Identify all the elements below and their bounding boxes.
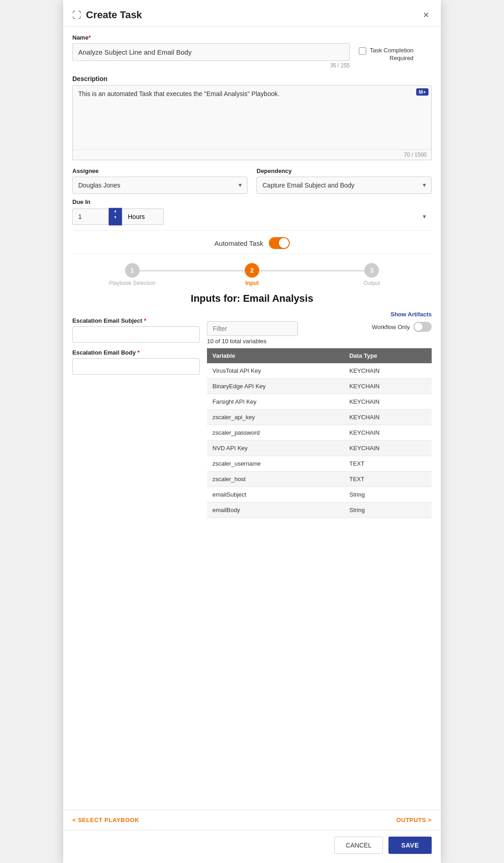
steps-row: 1 Playbook Selection 2 Input 3 Output <box>72 259 432 288</box>
table-row: zscaler_passwordKEYCHAIN <box>207 425 432 441</box>
due-in-section: Due In ▲ ▼ Hours Days Minutes ▼ <box>72 198 432 226</box>
save-button[interactable]: SAVE <box>388 837 432 854</box>
data-type: KEYCHAIN <box>344 425 432 441</box>
task-icon: ⛶ <box>72 10 81 20</box>
data-type: KEYCHAIN <box>344 363 432 379</box>
step-1-circle[interactable]: 1 <box>125 263 140 278</box>
assignee-select-wrap: Douglas Jones ▼ <box>72 177 247 194</box>
variable-name: NVD API Key <box>207 441 344 456</box>
table-header: Variable Data Type <box>207 348 432 363</box>
col-data-type: Data Type <box>344 348 432 363</box>
assignee-col: Assignee Douglas Jones ▼ <box>72 168 247 194</box>
due-unit-select[interactable]: Hours Days Minutes <box>122 208 164 225</box>
footer-actions: CANCEL SAVE <box>63 830 441 863</box>
variable-name: zscaler_password <box>207 425 344 441</box>
spinner-up-icon[interactable]: ▲ <box>109 208 122 214</box>
variable-name: zscaler_host <box>207 472 344 487</box>
escalation-email-body-input[interactable] <box>72 358 200 375</box>
workflow-toggle-knob <box>414 323 423 331</box>
inputs-title: Inputs for: Email Analysis <box>72 293 432 305</box>
step-2: 2 Input <box>192 263 312 286</box>
description-wrap: M+ This is an automated Task that execut… <box>72 85 432 160</box>
dependency-col: Dependency Capture Email Subject and Bod… <box>257 168 432 194</box>
md-button[interactable]: M+ <box>416 88 428 96</box>
create-task-modal: ⛶ Create Task × Name* 35 / 255 Task Comp… <box>63 0 441 863</box>
variable-name: Farsight API Key <box>207 394 344 410</box>
cancel-button[interactable]: CANCEL <box>334 837 383 854</box>
name-label: Name* <box>72 34 350 41</box>
data-type: TEXT <box>344 472 432 487</box>
due-in-row: ▲ ▼ Hours Days Minutes ▼ <box>72 208 432 226</box>
toggle-knob <box>279 238 289 248</box>
escalation-email-body-label: Escalation Email Body * <box>72 349 200 356</box>
task-completion-label: Task CompletionRequired <box>370 47 413 62</box>
dependency-label: Dependency <box>257 168 432 174</box>
table-row: VirusTotal API KeyKEYCHAIN <box>207 363 432 379</box>
step-3-label: Output <box>363 280 380 286</box>
modal-title-wrap: ⛶ Create Task <box>72 9 142 21</box>
due-unit-arrow: ▼ <box>422 213 427 220</box>
due-in-number-input[interactable] <box>72 208 109 225</box>
table-body: VirusTotal API KeyKEYCHAINBinaryEdge API… <box>207 363 432 518</box>
close-button[interactable]: × <box>420 8 432 22</box>
table-row: BinaryEdge API KeyKEYCHAIN <box>207 379 432 394</box>
due-in-label: Due In <box>72 198 432 205</box>
left-inputs: Escalation Email Subject * Escalation Em… <box>72 311 200 375</box>
col-variable: Variable <box>207 348 344 363</box>
var-count: 10 of 10 total variables <box>207 338 432 345</box>
workflow-row: Workflow Only <box>372 322 432 332</box>
step-3: 3 Output <box>312 263 432 286</box>
variable-name: zscaler_username <box>207 456 344 472</box>
variable-name: VirusTotal API Key <box>207 363 344 379</box>
inputs-content: Escalation Email Subject * Escalation Em… <box>72 311 432 518</box>
modal-body: Name* 35 / 255 Task CompletionRequired D… <box>63 27 441 810</box>
assignee-label: Assignee <box>72 168 247 174</box>
variables-table: Variable Data Type VirusTotal API KeyKEY… <box>207 348 432 518</box>
data-type: KEYCHAIN <box>344 379 432 394</box>
escalation-email-subject-label: Escalation Email Subject * <box>72 317 200 324</box>
variable-name: emailSubject <box>207 487 344 503</box>
artifacts-row: Show Artifacts <box>207 311 432 318</box>
right-inputs: Show Artifacts Workflow Only 10 of 10 to… <box>207 311 432 518</box>
step-3-circle[interactable]: 3 <box>364 263 379 278</box>
name-input[interactable] <box>72 43 350 61</box>
filter-input[interactable] <box>207 321 298 336</box>
dependency-select[interactable]: Capture Email Subject and Body <box>257 177 432 194</box>
bottom-nav: < SELECT PLAYBOOK OUTPUTS > <box>63 810 441 830</box>
variable-name: BinaryEdge API Key <box>207 379 344 394</box>
table-row: Farsight API KeyKEYCHAIN <box>207 394 432 410</box>
select-playbook-button[interactable]: < SELECT PLAYBOOK <box>72 817 139 823</box>
table-row: NVD API KeyKEYCHAIN <box>207 441 432 456</box>
data-type: String <box>344 487 432 503</box>
task-completion-checkbox[interactable] <box>359 47 366 55</box>
data-type: KEYCHAIN <box>344 410 432 425</box>
data-type: KEYCHAIN <box>344 441 432 456</box>
step-1: 1 Playbook Selection <box>72 263 192 286</box>
data-type: KEYCHAIN <box>344 394 432 410</box>
workflow-only-label: Workflow Only <box>372 324 410 330</box>
modal-header: ⛶ Create Task × <box>63 0 441 27</box>
workflow-only-toggle[interactable] <box>413 322 432 332</box>
variable-name: zscaler_api_key <box>207 410 344 425</box>
show-artifacts-button[interactable]: Show Artifacts <box>390 311 432 318</box>
assignee-select[interactable]: Douglas Jones <box>72 177 247 194</box>
due-unit-wrap: Hours Days Minutes ▼ <box>122 208 432 225</box>
table-row: emailSubjectString <box>207 487 432 503</box>
step-2-label: Input <box>245 280 258 286</box>
outputs-button[interactable]: OUTPUTS > <box>396 817 432 823</box>
table-row: zscaler_api_keyKEYCHAIN <box>207 410 432 425</box>
step-1-label: Playbook Selection <box>109 280 156 286</box>
spinner-down-icon[interactable]: ▼ <box>109 214 122 221</box>
step-2-circle[interactable]: 2 <box>245 263 259 278</box>
due-in-spinner[interactable]: ▲ ▼ <box>109 208 122 226</box>
dependency-select-wrap: Capture Email Subject and Body ▼ <box>257 177 432 194</box>
data-type: String <box>344 503 432 518</box>
escalation-email-subject-input[interactable] <box>72 326 200 343</box>
automated-toggle[interactable] <box>269 237 290 249</box>
description-char-count: 70 / 1500 <box>73 149 431 160</box>
modal-title: Create Task <box>86 9 142 21</box>
description-text[interactable]: This is an automated Task that executes … <box>73 86 431 149</box>
task-completion-wrap: Task CompletionRequired <box>359 34 432 62</box>
table-row: zscaler_usernameTEXT <box>207 456 432 472</box>
automated-task-row: Automated Task <box>72 230 432 254</box>
